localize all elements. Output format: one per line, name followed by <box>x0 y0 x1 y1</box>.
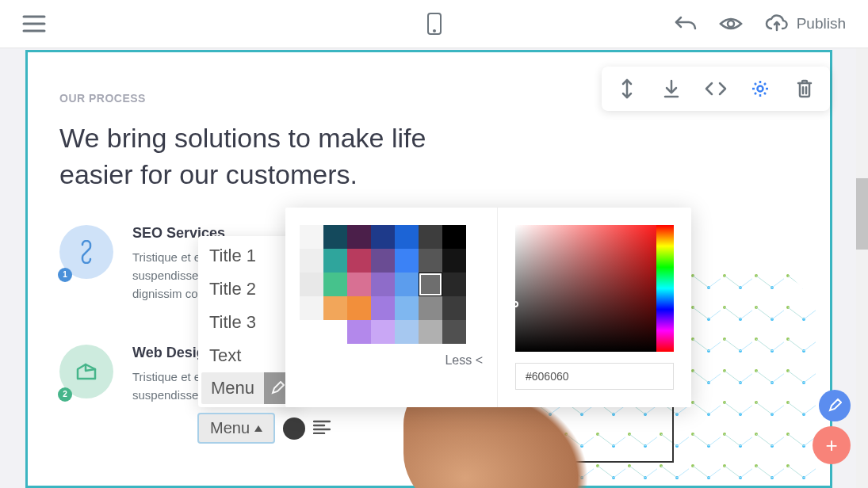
color-picker-panel: Less < <box>285 208 691 407</box>
color-swatch[interactable] <box>371 249 395 273</box>
service-badge: 2 <box>58 387 72 402</box>
sv-cursor[interactable] <box>512 301 518 307</box>
color-swatch[interactable] <box>442 320 466 344</box>
color-swatch[interactable] <box>347 296 371 320</box>
move-vertical-icon[interactable] <box>605 73 649 105</box>
color-swatch[interactable] <box>371 320 395 344</box>
code-icon[interactable] <box>694 73 738 105</box>
text-format-bar: Menu <box>197 413 331 444</box>
headline-text: We bring solutions to make life easier f… <box>59 120 456 193</box>
color-swatch[interactable] <box>419 320 442 344</box>
heading-option-title3[interactable]: Title 3 <box>198 306 298 339</box>
service-icon-seo: 1 <box>59 225 113 279</box>
color-swatch[interactable] <box>300 225 323 249</box>
svg-point-16 <box>758 86 763 92</box>
color-swatch[interactable] <box>419 225 442 249</box>
text-color-swatch[interactable] <box>283 417 305 440</box>
service-badge: 1 <box>58 268 72 282</box>
settings-gear-icon[interactable] <box>738 73 782 105</box>
color-swatch[interactable] <box>395 296 419 320</box>
color-swatch[interactable] <box>442 225 466 249</box>
swatch-grid <box>300 225 483 344</box>
color-swatch[interactable] <box>300 296 323 320</box>
preview-eye-icon[interactable] <box>719 16 743 32</box>
color-swatch[interactable] <box>395 273 419 296</box>
color-swatch[interactable] <box>300 273 323 296</box>
color-swatch[interactable] <box>442 273 466 296</box>
saturation-value-box[interactable] <box>515 225 674 352</box>
color-swatch[interactable] <box>395 249 419 273</box>
color-swatch[interactable] <box>395 225 419 249</box>
heading-option-text[interactable]: Text <box>198 339 298 372</box>
svg-marker-20 <box>254 425 262 432</box>
color-swatch[interactable] <box>419 249 442 273</box>
hex-input[interactable] <box>515 363 674 390</box>
color-swatch[interactable] <box>323 225 347 249</box>
color-swatch[interactable] <box>371 225 395 249</box>
menu-label: Menu <box>201 373 264 403</box>
service-icon-web: 2 <box>59 345 113 398</box>
hamburger-menu-icon[interactable] <box>22 14 46 33</box>
color-swatch[interactable] <box>323 273 347 296</box>
edit-fab[interactable] <box>819 390 851 421</box>
color-swatch[interactable] <box>442 296 466 320</box>
color-swatch[interactable] <box>323 249 347 273</box>
heading-option-title1[interactable]: Title 1 <box>198 239 298 273</box>
color-swatch[interactable] <box>371 273 395 296</box>
color-swatch[interactable] <box>300 320 323 344</box>
svg-point-5 <box>728 21 734 27</box>
vertical-scrollbar[interactable] <box>856 48 868 488</box>
svg-point-4 <box>434 30 435 32</box>
top-bar: Publish <box>0 0 868 48</box>
color-swatch[interactable] <box>419 273 442 296</box>
caret-up-icon <box>254 425 262 432</box>
color-swatch[interactable] <box>419 296 442 320</box>
color-swatch[interactable] <box>371 296 395 320</box>
scrollbar-thumb[interactable] <box>856 178 868 250</box>
undo-icon[interactable] <box>675 14 697 33</box>
color-swatch[interactable] <box>395 320 419 344</box>
mobile-preview-icon[interactable] <box>426 12 442 36</box>
style-menu-button[interactable]: Menu <box>197 413 275 444</box>
publish-label: Publish <box>797 15 846 32</box>
section-toolbar <box>602 67 830 111</box>
download-icon[interactable] <box>649 73 694 105</box>
publish-button[interactable]: Publish <box>765 14 846 33</box>
menu-expand-row[interactable]: Menu <box>201 372 295 404</box>
color-swatch[interactable] <box>347 320 371 344</box>
align-left-icon[interactable] <box>313 420 331 437</box>
color-swatch[interactable] <box>347 249 371 273</box>
color-swatch[interactable] <box>323 296 347 320</box>
less-toggle[interactable]: Less < <box>300 353 483 368</box>
add-fab[interactable]: + <box>813 426 851 464</box>
color-swatch[interactable] <box>347 225 371 249</box>
color-swatch[interactable] <box>442 249 466 273</box>
color-swatch[interactable] <box>300 249 323 273</box>
heading-style-dropdown: Title 1 Title 2 Title 3 Text Menu <box>198 236 298 407</box>
trash-icon[interactable] <box>782 73 827 105</box>
color-swatch[interactable] <box>347 273 371 296</box>
color-swatch[interactable] <box>323 320 347 344</box>
heading-option-title2[interactable]: Title 2 <box>198 273 298 306</box>
hue-slider[interactable] <box>656 225 674 352</box>
